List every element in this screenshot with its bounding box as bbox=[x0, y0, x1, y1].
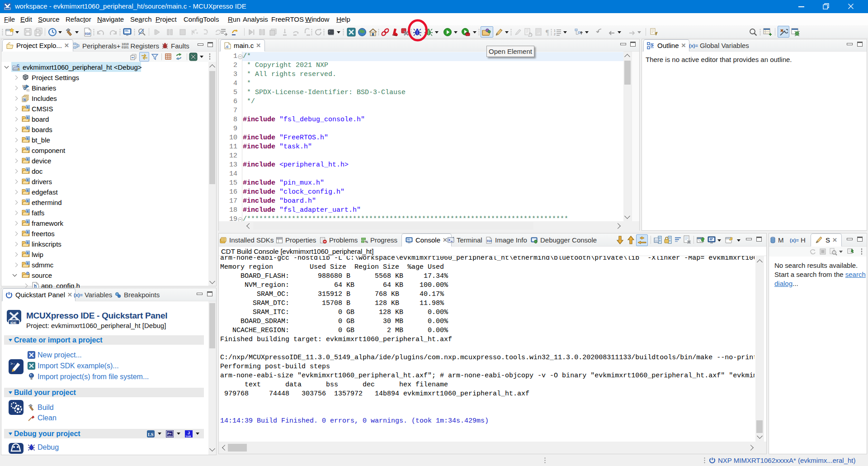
svg-text:2: 2 bbox=[554, 33, 556, 36]
svg-text:Link: Link bbox=[186, 435, 191, 437]
svg-text:IDE: IDE bbox=[10, 321, 17, 325]
svg-text:%: % bbox=[365, 240, 368, 244]
svg-text:>-: >- bbox=[10, 362, 15, 366]
svg-text:01: 01 bbox=[27, 89, 30, 92]
svg-text:.c: .c bbox=[225, 44, 229, 48]
svg-text:C: C bbox=[17, 63, 19, 67]
svg-text:¶: ¶ bbox=[546, 29, 549, 36]
svg-text:c: c bbox=[27, 189, 29, 192]
svg-text:c: c bbox=[27, 137, 29, 140]
svg-text:c: c bbox=[27, 168, 29, 171]
svg-text:010: 010 bbox=[85, 32, 90, 35]
svg-text:c: c bbox=[27, 178, 29, 181]
svg-text:c: c bbox=[27, 199, 29, 202]
svg-text:LS: LS bbox=[148, 432, 154, 437]
svg-text:c: c bbox=[27, 157, 29, 161]
svg-text:c: c bbox=[27, 251, 29, 254]
svg-text:P≡: P≡ bbox=[167, 432, 172, 436]
svg-text:c: c bbox=[27, 147, 29, 150]
svg-text:c: c bbox=[27, 116, 29, 119]
svg-text:010: 010 bbox=[487, 239, 492, 243]
svg-text:h: h bbox=[24, 98, 26, 102]
svg-text:c: c bbox=[27, 241, 29, 244]
svg-text:c: c bbox=[27, 220, 29, 223]
svg-text:c: c bbox=[27, 209, 29, 213]
svg-text:c: c bbox=[27, 105, 29, 109]
svg-text:C: C bbox=[27, 272, 29, 275]
svg-text:c: c bbox=[27, 230, 29, 233]
svg-text:c: c bbox=[27, 262, 29, 265]
svg-text:c: c bbox=[27, 126, 29, 129]
svg-text:S: S bbox=[18, 67, 20, 71]
svg-text:1: 1 bbox=[554, 29, 556, 32]
